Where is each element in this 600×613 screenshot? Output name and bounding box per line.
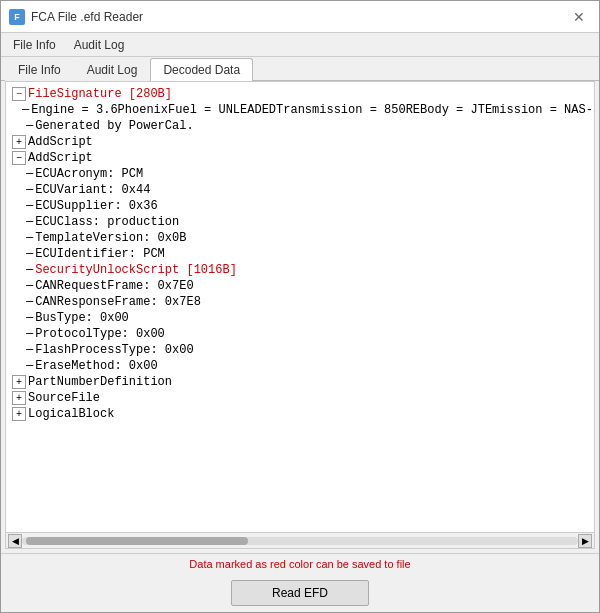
list-item: ─ EraseMethod: 0x00: [8, 358, 592, 374]
title-bar: F FCA File .efd Reader ✕: [1, 1, 599, 33]
item-label: ECUClass: production: [35, 215, 179, 229]
menu-audit-log[interactable]: Audit Log: [66, 36, 133, 54]
list-item: ─ BusType: 0x00: [8, 310, 592, 326]
window-title: FCA File .efd Reader: [31, 10, 143, 24]
list-item: ─ Engine = 3.6PhoenixFuel = UNLEADEDTran…: [8, 102, 592, 118]
dash: ─: [26, 119, 33, 133]
item-label: ECUVariant: 0x44: [35, 183, 150, 197]
app-icon: F: [9, 9, 25, 25]
scrollbar-thumb[interactable]: [26, 537, 248, 545]
expand-icon[interactable]: −: [12, 87, 26, 101]
expand-icon[interactable]: +: [12, 135, 26, 149]
list-item: ─ CANResponseFrame: 0x7E8: [8, 294, 592, 310]
dash: ─: [26, 263, 33, 277]
dash: ─: [26, 295, 33, 309]
item-label: ECUIdentifier: PCM: [35, 247, 165, 261]
tab-file-info[interactable]: File Info: [5, 58, 74, 81]
item-label: Generated by PowerCal.: [35, 119, 193, 133]
dash: ─: [26, 215, 33, 229]
horizontal-scrollbar[interactable]: ◀ ▶: [6, 532, 594, 548]
item-label: CANRequestFrame: 0x7E0: [35, 279, 193, 293]
dash: ─: [22, 103, 29, 117]
item-label: AddScript: [28, 151, 93, 165]
list-item: ─ ECUIdentifier: PCM: [8, 246, 592, 262]
item-label: CANResponseFrame: 0x7E8: [35, 295, 201, 309]
status-bar: Data marked as red color can be saved to…: [1, 553, 599, 574]
bottom-bar: Read EFD: [1, 574, 599, 612]
title-bar-left: F FCA File .efd Reader: [9, 9, 143, 25]
dash: ─: [26, 311, 33, 325]
tree-view[interactable]: − FileSignature [280B] ─ Engine = 3.6Pho…: [6, 82, 594, 532]
item-label: FileSignature [280B]: [28, 87, 172, 101]
item-label: TemplateVersion: 0x0B: [35, 231, 186, 245]
scroll-left-button[interactable]: ◀: [8, 534, 22, 548]
tab-audit-log[interactable]: Audit Log: [74, 58, 151, 81]
list-item: ─ ECUSupplier: 0x36: [8, 198, 592, 214]
status-message: Data marked as red color can be saved to…: [189, 558, 410, 570]
menu-file-info[interactable]: File Info: [5, 36, 64, 54]
read-efd-button[interactable]: Read EFD: [231, 580, 369, 606]
list-item: − AddScript: [8, 150, 592, 166]
item-label: BusType: 0x00: [35, 311, 129, 325]
list-item: + LogicalBlock: [8, 406, 592, 422]
dash: ─: [26, 359, 33, 373]
list-item: ─ ECUVariant: 0x44: [8, 182, 592, 198]
dash: ─: [26, 327, 33, 341]
scrollbar-track[interactable]: [22, 537, 578, 545]
item-label: EraseMethod: 0x00: [35, 359, 157, 373]
list-item: ─ SecurityUnlockScript [1016B]: [8, 262, 592, 278]
scroll-right-button[interactable]: ▶: [578, 534, 592, 548]
list-item: + AddScript: [8, 134, 592, 150]
list-item: ─ Generated by PowerCal.: [8, 118, 592, 134]
list-item: ─ ProtocolType: 0x00: [8, 326, 592, 342]
content-area: − FileSignature [280B] ─ Engine = 3.6Pho…: [5, 81, 595, 549]
menu-bar: File Info Audit Log: [1, 33, 599, 57]
dash: ─: [26, 167, 33, 181]
dash: ─: [26, 231, 33, 245]
item-label: Engine = 3.6PhoenixFuel = UNLEADEDTransm…: [31, 103, 594, 117]
item-label: FlashProcessType: 0x00: [35, 343, 193, 357]
item-label: SourceFile: [28, 391, 100, 405]
expand-icon[interactable]: +: [12, 407, 26, 421]
tabs-bar: File Info Audit Log Decoded Data: [1, 57, 599, 81]
item-label: ECUAcronym: PCM: [35, 167, 143, 181]
item-label: SecurityUnlockScript [1016B]: [35, 263, 237, 277]
item-label: LogicalBlock: [28, 407, 114, 421]
list-item: + PartNumberDefinition: [8, 374, 592, 390]
expand-icon[interactable]: +: [12, 391, 26, 405]
dash: ─: [26, 199, 33, 213]
list-item: ─ ECUAcronym: PCM: [8, 166, 592, 182]
tab-decoded-data[interactable]: Decoded Data: [150, 58, 253, 81]
list-item: ─ CANRequestFrame: 0x7E0: [8, 278, 592, 294]
main-window: F FCA File .efd Reader ✕ File Info Audit…: [0, 0, 600, 613]
item-label: ProtocolType: 0x00: [35, 327, 165, 341]
item-label: ECUSupplier: 0x36: [35, 199, 157, 213]
list-item: − FileSignature [280B]: [8, 86, 592, 102]
dash: ─: [26, 343, 33, 357]
dash: ─: [26, 247, 33, 261]
dash: ─: [26, 183, 33, 197]
list-item: ─ FlashProcessType: 0x00: [8, 342, 592, 358]
item-label: PartNumberDefinition: [28, 375, 172, 389]
item-label: AddScript: [28, 135, 93, 149]
expand-icon[interactable]: +: [12, 375, 26, 389]
list-item: ─ ECUClass: production: [8, 214, 592, 230]
list-item: + SourceFile: [8, 390, 592, 406]
dash: ─: [26, 279, 33, 293]
close-button[interactable]: ✕: [567, 7, 591, 27]
list-item: ─ TemplateVersion: 0x0B: [8, 230, 592, 246]
expand-icon[interactable]: −: [12, 151, 26, 165]
